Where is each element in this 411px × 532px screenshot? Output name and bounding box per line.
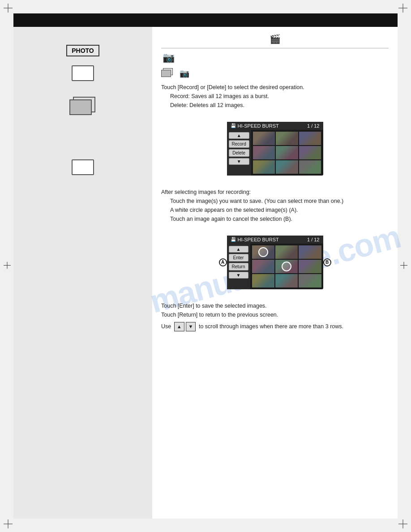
content-wrapper: 🎬 📷 [161,34,389,331]
camera-ui-1-delete-btn[interactable]: Delete [229,149,249,157]
thumbnail-1-3 [299,132,321,145]
para-bottom: Touch [Enter] to save the selected image… [161,301,389,332]
sidebar: PHOTO [13,27,152,519]
thumbnail-1-1 [253,132,275,145]
text-camera-1: 📷 [178,67,191,80]
text-enter-save: Touch [Enter] to save the selected image… [161,301,389,310]
stacked-screens-icon [69,97,96,117]
thumbnail-1-7 [253,160,275,174]
content-area: PHOTO manualshive.com 🎬 [13,27,398,519]
camera-ui-2-thumbnail-grid [250,244,323,289]
camera-ui-1-body: ▲ Record Delete ▼ [227,130,323,176]
corner-mark-bl [4,519,13,528]
corner-mark-tl [4,4,13,13]
thumbnail-2-6 [299,260,321,273]
text-return: Touch [Return] to return to the previous… [161,310,389,319]
camera-ui-2-page: 1 / 12 [307,237,320,242]
page-container: PHOTO manualshive.com 🎬 [13,13,398,519]
camera-ui-2-arrow-up[interactable]: ▲ [229,246,248,253]
header-bar [13,13,398,27]
para-after-select: After selecting images for recording: To… [161,188,389,223]
para-instructions: Touch [Record] or [Delete] to select the… [161,83,389,110]
camera-ui-2-sd-icon: 💾 [231,237,236,242]
camera-ui-2-buttons: ▲ Enter Return ▼ [227,244,250,289]
header-left [13,13,152,27]
camera-ui-1: 💾 HI-SPEED BURST 1 / 12 ▲ Record Delete [227,122,323,176]
thumbnail-2-3 [299,245,321,259]
nav-arrow-up: ▲ [174,322,184,332]
screen-icon-front [69,99,92,115]
stacked-icon-inline [161,68,175,78]
thumbnail-1-6 [299,146,321,159]
record-label: Record [179,84,197,90]
text-record-desc: Record: Saves all 12 images as a burst. [161,92,389,101]
text-touch-cancel: Touch an image again to cancel the selec… [161,215,389,223]
enter-label: Enter [179,303,193,309]
camera-ui-1-sd-icon: 💾 [231,123,236,128]
camera-ui-2: 💾 HI-SPEED BURST 1 / 12 ▲ Enter [227,236,323,289]
corner-mark-br [398,519,407,528]
camera-icon-2: 📷 [180,67,189,80]
nav-arrows-display: ▲ ▼ [174,322,196,332]
camera-ui-1-arrow-up[interactable]: ▲ [229,132,249,139]
thumbnail-1-5 [276,146,298,159]
camera-ui-1-thumbnail-grid [251,130,323,176]
screen-icon-single-2 [72,159,94,175]
return-label: Return [179,312,196,318]
camera-ui-2-title-area: 💾 HI-SPEED BURST [231,237,279,242]
camera-ui-1-header: 💾 HI-SPEED BURST 1 / 12 [227,122,323,130]
label-a: A [219,258,227,266]
section-divider [161,48,389,48]
thumbnail-1-4 [253,146,275,159]
side-mark-left [4,262,11,270]
camera-ui-1-title: HI-SPEED BURST [238,123,279,129]
thumbnail-2-2 [275,245,298,259]
text-touch-images: Touch the image(s) you want to save. (Yo… [161,197,389,206]
text-after-select: After selecting images for recording: [161,188,389,197]
thumbnail-1-2 [276,132,298,145]
text-white-circle: A white circle appears on the selected i… [161,206,389,215]
camera-ui-1-page: 1 / 12 [307,123,320,129]
thumbnail-2-7 [252,274,274,287]
record-text: Record [170,93,188,99]
top-section: 🎬 [161,34,389,48]
text-delete-desc: Delete: Deletes all 12 images. [161,101,389,110]
main-content: manualshive.com 🎬 📷 [152,27,398,519]
side-mark-right [400,262,407,270]
thumbnail-2-5-selected-b [275,260,298,273]
camera-ui-2-header: 💾 HI-SPEED BURST 1 / 12 [227,236,323,244]
camera-ui-2-arrow-down[interactable]: ▼ [229,272,248,279]
delete-label: Delete [209,84,225,90]
thumbnail-1-8 [276,160,298,174]
photo-badge: PHOTO [66,45,99,56]
camera-icon-1: 📷 [163,52,175,64]
camera-ui-2-body: ▲ Enter Return ▼ [227,244,323,289]
text-record-delete: Touch [Record] or [Delete] to select the… [161,83,389,92]
thumbnail-2-9 [299,274,321,287]
camera-ui-1-buttons: ▲ Record Delete ▼ [227,130,251,176]
delete-text: Delete [170,102,186,108]
para-1: 📷 [161,52,389,64]
thumbnail-2-8 [275,274,298,287]
camera-ui-2-title: HI-SPEED BURST [238,237,279,242]
header-right [152,13,398,27]
camera-ui-1-record-btn[interactable]: Record [229,140,249,148]
camera-ui-2-enter-btn[interactable]: Enter [229,254,248,262]
label-b: B [323,258,331,266]
thumbnail-1-9 [299,160,321,174]
thumbnail-2-1-selected-a [252,245,274,259]
thumbnail-2-4 [252,260,274,273]
camera-ui-2-return-btn[interactable]: Return [229,263,248,270]
corner-mark-tr [398,4,407,13]
camera-ui-1-arrow-down[interactable]: ▼ [229,158,249,165]
nav-arrow-down: ▼ [186,322,196,332]
screen-icon-single [72,65,94,81]
camera-ui-1-title-area: 💾 HI-SPEED BURST [231,123,279,129]
text-scroll: Use ▲ ▼ to scroll through images when th… [161,322,389,332]
video-icon: 🎬 [270,34,281,44]
